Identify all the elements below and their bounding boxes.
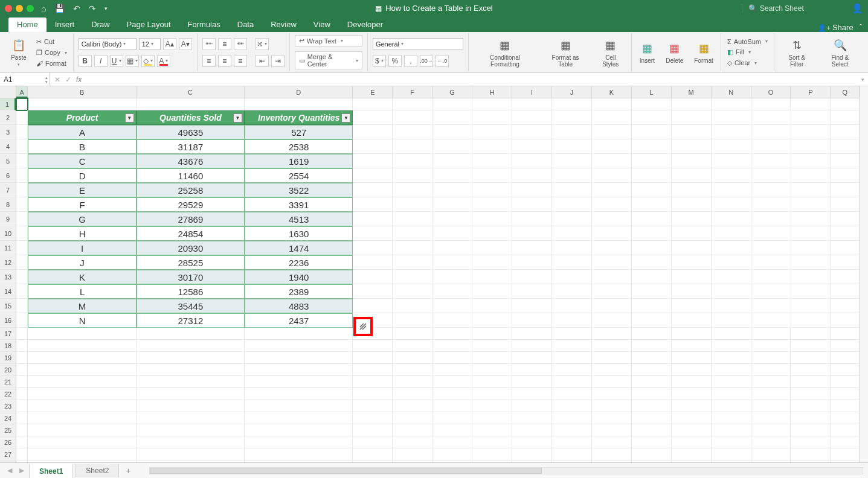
- filter-button-inventory-quantities[interactable]: ▼: [341, 113, 350, 123]
- cell-I3[interactable]: [512, 125, 552, 139]
- fill-color-button[interactable]: ◇: [141, 55, 155, 67]
- cell-L15[interactable]: [632, 299, 672, 313]
- cell-D14[interactable]: 2389: [245, 284, 353, 299]
- cell-G28[interactable]: [432, 460, 472, 462]
- qat-dropdown-icon[interactable]: ▾: [104, 5, 108, 11]
- cell-H5[interactable]: [472, 154, 512, 168]
- row-header-4[interactable]: 4: [0, 139, 16, 154]
- row-header-16[interactable]: 16: [0, 313, 16, 328]
- cell-C25[interactable]: [137, 424, 245, 436]
- row-header-7[interactable]: 7: [0, 183, 16, 197]
- table-resize-handle[interactable]: [353, 317, 373, 336]
- row-header-17[interactable]: 17: [0, 328, 16, 340]
- cell-P14[interactable]: [791, 284, 831, 299]
- cell-J17[interactable]: [552, 328, 592, 340]
- cell-I19[interactable]: [512, 352, 552, 364]
- tab-developer[interactable]: Developer: [339, 18, 391, 32]
- cell-C11[interactable]: 20930: [137, 241, 245, 255]
- cell-F8[interactable]: [393, 197, 432, 212]
- cell-H13[interactable]: [472, 270, 512, 284]
- cell-D28[interactable]: [245, 460, 353, 462]
- cell-I4[interactable]: [512, 139, 552, 154]
- cell-A11[interactable]: [16, 241, 28, 255]
- vertical-scrollbar[interactable]: [860, 86, 868, 462]
- cell-P22[interactable]: [791, 388, 831, 400]
- align-middle-button[interactable]: ≡: [218, 38, 231, 50]
- cell-J12[interactable]: [552, 255, 592, 270]
- cell-E25[interactable]: [353, 424, 393, 436]
- cell-K6[interactable]: [592, 168, 632, 183]
- border-button[interactable]: ▦: [126, 55, 139, 67]
- cell-D26[interactable]: [245, 436, 353, 448]
- cell-H9[interactable]: [472, 212, 512, 226]
- cell-G9[interactable]: [432, 212, 472, 226]
- cell-J28[interactable]: [552, 460, 592, 462]
- cell-O22[interactable]: [751, 388, 791, 400]
- cell-J23[interactable]: [552, 400, 592, 412]
- filter-button-product[interactable]: ▼: [125, 113, 134, 123]
- cell-C20[interactable]: [137, 364, 245, 376]
- cell-A7[interactable]: [16, 183, 28, 197]
- cell-B14[interactable]: L: [28, 284, 136, 299]
- cell-E19[interactable]: [353, 352, 393, 364]
- cell-M9[interactable]: [672, 212, 712, 226]
- cell-L12[interactable]: [632, 255, 672, 270]
- number-format-select[interactable]: General: [373, 38, 463, 50]
- cell-G15[interactable]: [432, 299, 472, 313]
- cell-G18[interactable]: [432, 340, 472, 352]
- cell-C28[interactable]: [137, 460, 245, 462]
- copy-button[interactable]: ❐Copy: [35, 48, 68, 57]
- cell-H1[interactable]: [472, 98, 512, 110]
- cell-B16[interactable]: N: [28, 313, 136, 328]
- cell-O2[interactable]: [751, 110, 791, 125]
- conditional-formatting-button[interactable]: ▦Conditional Formatting: [474, 37, 536, 68]
- cell-Q18[interactable]: [831, 340, 860, 352]
- cell-N12[interactable]: [712, 255, 751, 270]
- cell-H19[interactable]: [472, 352, 512, 364]
- cell-L17[interactable]: [632, 328, 672, 340]
- cell-Q1[interactable]: [831, 98, 860, 110]
- cell-F26[interactable]: [393, 436, 432, 448]
- cell-J13[interactable]: [552, 270, 592, 284]
- cell-D6[interactable]: 2554: [245, 168, 353, 183]
- cell-P20[interactable]: [791, 364, 831, 376]
- cell-O4[interactable]: [751, 139, 791, 154]
- cell-B17[interactable]: [28, 328, 136, 340]
- cell-B10[interactable]: H: [28, 226, 136, 241]
- align-top-button[interactable]: ⬴: [202, 38, 216, 50]
- tab-draw[interactable]: Draw: [83, 18, 118, 32]
- align-right-button[interactable]: ≡: [234, 55, 247, 67]
- row-header-22[interactable]: 22: [0, 388, 16, 400]
- cell-L11[interactable]: [632, 241, 672, 255]
- cell-A23[interactable]: [16, 400, 28, 412]
- cell-P17[interactable]: [791, 328, 831, 340]
- cell-G4[interactable]: [432, 139, 472, 154]
- cell-A27[interactable]: [16, 448, 28, 460]
- column-header-I[interactable]: I: [512, 86, 552, 98]
- cell-H6[interactable]: [472, 168, 512, 183]
- cell-D2[interactable]: Inventory Quantities▼: [245, 110, 353, 125]
- cell-G14[interactable]: [432, 284, 472, 299]
- cell-A19[interactable]: [16, 352, 28, 364]
- cell-D18[interactable]: [245, 340, 353, 352]
- cell-N18[interactable]: [712, 340, 751, 352]
- cell-O9[interactable]: [751, 212, 791, 226]
- cell-K18[interactable]: [592, 340, 632, 352]
- cell-M5[interactable]: [672, 154, 712, 168]
- cell-P9[interactable]: [791, 212, 831, 226]
- cell-B19[interactable]: [28, 352, 136, 364]
- cell-J27[interactable]: [552, 448, 592, 460]
- cell-K17[interactable]: [592, 328, 632, 340]
- cell-I25[interactable]: [512, 424, 552, 436]
- cell-H7[interactable]: [472, 183, 512, 197]
- cell-L2[interactable]: [632, 110, 672, 125]
- cell-M18[interactable]: [672, 340, 712, 352]
- cell-O24[interactable]: [751, 412, 791, 424]
- cell-K8[interactable]: [592, 197, 632, 212]
- cell-M21[interactable]: [672, 376, 712, 388]
- cell-G5[interactable]: [432, 154, 472, 168]
- cell-N15[interactable]: [712, 299, 751, 313]
- tab-page-layout[interactable]: Page Layout: [118, 18, 179, 32]
- cell-M28[interactable]: [672, 460, 712, 462]
- cell-B9[interactable]: G: [28, 212, 136, 226]
